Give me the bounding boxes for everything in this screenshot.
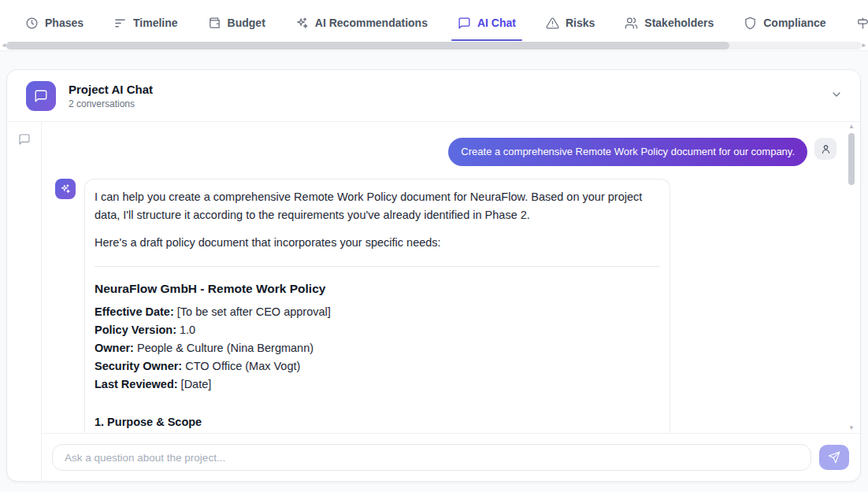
ai-avatar [55,179,76,199]
policy-section-heading: 1. Purpose & Scope [95,413,660,431]
tab-label: Risks [566,17,595,29]
chevron-down-icon [830,88,843,101]
scroll-right-arrow-icon[interactable]: ► [861,42,867,50]
user-icon [820,143,832,155]
tab-timeline[interactable]: Timeline [107,8,184,38]
tab-milestones[interactable]: Milestones [850,8,868,38]
scroll-up-arrow-icon[interactable]: ▲ [848,123,855,130]
tab-budget[interactable]: Budget [202,8,272,38]
tab-compliance[interactable]: Compliance [737,8,832,38]
clock-icon [25,17,39,30]
users-icon [625,17,638,30]
user-message-row: Create a comprehensive Remote Work Polic… [55,138,836,166]
tab-stakeholders[interactable]: Stakeholders [618,8,720,38]
messages-vertical-scrollbar[interactable]: ▲ ▼ [848,125,855,430]
chat-bubble-icon [18,133,31,146]
wallet-icon [208,17,221,30]
policy-meta-version: Policy Version: 1.0 [95,321,660,339]
chat-question-input[interactable] [52,444,811,471]
policy-doc-title: NeuraFlow GmbH - Remote Work Policy [95,280,660,298]
tab-phases[interactable]: Phases [19,8,90,38]
divider [95,266,660,267]
ai-paragraph: I can help you create a comprehensive Re… [95,188,660,224]
conversations-rail [7,122,42,481]
scrollbar-thumb[interactable] [848,133,855,185]
tabbar-horizontal-scrollbar[interactable]: ◄ ► [0,41,868,51]
ai-message-card: I can help you create a comprehensive Re… [84,179,670,433]
alert-triangle-icon [546,17,559,30]
shield-icon [744,17,757,30]
tab-label: Stakeholders [644,17,714,29]
chat-panel-header: Project AI Chat 2 conversations [7,70,860,122]
scrollbar-thumb[interactable] [6,42,729,50]
policy-meta-owner: Owner: People & Culture (Nina Bergmann) [95,339,660,357]
tab-label: AI Chat [477,17,516,29]
tab-ai-chat[interactable]: AI Chat [451,8,522,38]
tab-label: Budget [228,17,265,29]
user-avatar [814,138,836,160]
signpost-icon [856,17,868,30]
collapse-panel-button[interactable] [830,88,843,104]
sparkles-icon [60,183,71,194]
user-message-bubble: Create a comprehensive Remote Work Polic… [448,138,807,166]
tab-label: Phases [45,17,83,29]
tab-risks[interactable]: Risks [540,8,601,38]
tab-label: AI Recommendations [315,17,428,29]
conversation-count: 2 conversations [69,98,830,109]
messages-area[interactable]: Create a comprehensive Remote Work Polic… [42,122,860,433]
send-icon [828,451,840,464]
tab-label: Compliance [763,17,825,29]
policy-meta-effective-date: Effective Date: [To be set after CEO app… [95,303,660,321]
chat-bubble-icon [458,17,471,30]
sparkles-icon [295,17,309,30]
chat-bubble-icon [34,89,48,103]
tab-label: Timeline [133,17,178,29]
send-button[interactable] [819,445,849,470]
ai-paragraph: Here's a draft policy document that inco… [95,234,660,252]
chat-input-row [42,433,860,481]
timeline-icon [113,17,127,30]
tab-ai-recommendations[interactable]: AI Recommendations [289,8,434,38]
project-ai-chat-panel: Project AI Chat 2 conversations Create a… [6,69,861,482]
chat-app-icon [26,81,56,111]
panel-title: Project AI Chat [69,83,830,96]
tab-bar: Phases Timeline Budget AI Recommendation… [0,0,868,51]
policy-meta-last-reviewed: Last Reviewed: [Date] [95,375,660,394]
scroll-down-arrow-icon[interactable]: ▼ [848,424,855,431]
conversations-button[interactable] [18,133,31,481]
policy-meta-security-owner: Security Owner: CTO Office (Max Vogt) [95,357,660,375]
ai-message-row: I can help you create a comprehensive Re… [55,179,836,433]
